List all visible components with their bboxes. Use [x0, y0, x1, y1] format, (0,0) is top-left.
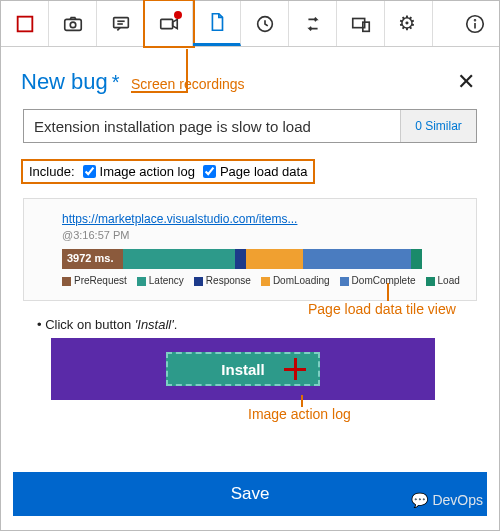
legend-response: Response — [194, 275, 251, 286]
svg-point-2 — [70, 22, 76, 28]
camera-icon[interactable] — [49, 1, 97, 46]
asterisk-icon: * — [112, 71, 120, 94]
include-image-log[interactable]: Image action log — [83, 164, 195, 179]
video-icon[interactable] — [145, 1, 193, 46]
timestamp: @3:16:57 PM — [62, 229, 464, 241]
retweet-icon[interactable] — [289, 1, 337, 46]
page-title: New bug — [21, 69, 108, 95]
square-icon[interactable] — [1, 1, 49, 46]
seg-load — [411, 249, 422, 269]
install-label: Install — [221, 361, 264, 378]
include-image-log-checkbox[interactable] — [83, 165, 96, 178]
info-icon[interactable] — [451, 1, 499, 46]
toolbar: ⚙ — [1, 1, 499, 47]
save-button[interactable]: Save — [13, 472, 487, 516]
svg-rect-9 — [362, 22, 368, 31]
svg-rect-0 — [17, 16, 32, 31]
install-button[interactable]: Install — [166, 352, 320, 386]
gear-icon[interactable]: ⚙ — [385, 1, 433, 46]
svg-rect-3 — [113, 17, 128, 27]
seg-domloading — [246, 249, 304, 269]
legend-domloading: DomLoading — [261, 275, 330, 286]
perf-bar: 3972 ms. — [62, 249, 422, 269]
seg-domcomplete — [303, 249, 411, 269]
seg-response — [235, 249, 246, 269]
record-dot-icon — [174, 11, 182, 19]
legend-prerequest: PreRequest — [62, 275, 127, 286]
close-icon[interactable]: ✕ — [453, 65, 479, 99]
svg-rect-6 — [160, 19, 172, 28]
svg-point-12 — [475, 19, 476, 20]
legend-domcomplete: DomComplete — [340, 275, 416, 286]
action-bullet: • Click on button 'Install'. — [37, 317, 477, 332]
url-link[interactable]: https://marketplace.visualstudio.com/ite… — [62, 212, 297, 226]
details-panel: https://marketplace.visualstudio.com/ite… — [23, 198, 477, 301]
include-options: Include: Image action log Page load data — [21, 159, 315, 184]
callout-image-action-log: Image action log — [248, 406, 351, 422]
ms-label: 3972 ms. — [62, 249, 118, 267]
click-cross-icon — [294, 358, 297, 380]
seg-latency — [123, 249, 235, 269]
image-action-log: Install — [51, 338, 435, 400]
clock-icon[interactable] — [241, 1, 289, 46]
similar-button[interactable]: 0 Similar — [400, 110, 476, 142]
include-page-load-checkbox[interactable] — [203, 165, 216, 178]
include-label: Include: — [29, 164, 75, 179]
devices-icon[interactable] — [337, 1, 385, 46]
chat-icon[interactable] — [97, 1, 145, 46]
svg-rect-1 — [64, 19, 81, 30]
callout-page-load-view: Page load data tile view — [308, 301, 456, 317]
include-page-load[interactable]: Page load data — [203, 164, 307, 179]
legend-load: Load — [426, 275, 460, 286]
bug-title-input[interactable] — [24, 110, 400, 142]
page-icon[interactable] — [193, 1, 241, 46]
legend-latency: Latency — [137, 275, 184, 286]
perf-legend: PreRequest Latency Response DomLoading D… — [62, 275, 464, 286]
bug-title-row: 0 Similar — [23, 109, 477, 143]
